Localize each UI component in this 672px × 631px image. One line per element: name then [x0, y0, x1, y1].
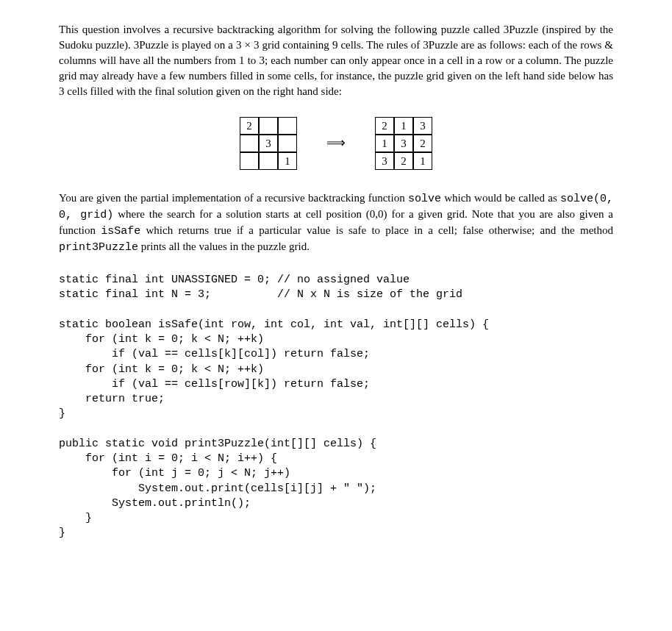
- grid-cell: 2: [413, 135, 432, 152]
- puzzle-grids-row: 2 3 1 ⟹ 2 1 3 1 3 2 3 2 1: [59, 117, 613, 170]
- grid-cell: 3: [375, 152, 394, 170]
- grid-cell: 1: [413, 152, 432, 170]
- puzzle-grid-right: 2 1 3 1 3 2 3 2 1: [375, 117, 432, 170]
- grid-cell: 2: [240, 117, 259, 135]
- grid-cell: 3: [259, 135, 278, 152]
- grid-cell: 2: [394, 152, 413, 170]
- grid-cell: [278, 135, 297, 152]
- grid-cell: [278, 117, 297, 135]
- grid-cell: 2: [375, 117, 394, 135]
- explanation-paragraph: You are given the partial implementation…: [59, 190, 613, 255]
- code-print3puzzle: print3Puzzle: [59, 241, 138, 254]
- grid-cell: 1: [278, 152, 297, 170]
- para2-text: prints all the values in the puzzle grid…: [138, 240, 310, 252]
- intro-paragraph: This question involves a recursive backt…: [59, 22, 613, 99]
- grid-cell: [240, 135, 259, 152]
- grid-cell: [240, 152, 259, 170]
- code-issafe: isSafe: [101, 225, 140, 238]
- grid-cell: 3: [394, 135, 413, 152]
- grid-cell: [259, 152, 278, 170]
- para2-text: You are given the partial implementation…: [59, 192, 408, 204]
- para2-text: which returns true if a particular value…: [140, 224, 613, 236]
- intro-text: This question involves a recursive backt…: [59, 24, 613, 97]
- grid-cell: 3: [413, 117, 432, 135]
- grid-cell: 1: [394, 117, 413, 135]
- code-listing: static final int UNASSIGNED = 0; // no a…: [59, 273, 613, 541]
- para2-text: which would be called as: [441, 192, 560, 204]
- code-solve: solve: [408, 193, 441, 205]
- grid-cell: [259, 117, 278, 135]
- implies-arrow-icon: ⟹: [326, 134, 346, 152]
- puzzle-grid-left: 2 3 1: [240, 117, 297, 170]
- grid-cell: 1: [375, 135, 394, 152]
